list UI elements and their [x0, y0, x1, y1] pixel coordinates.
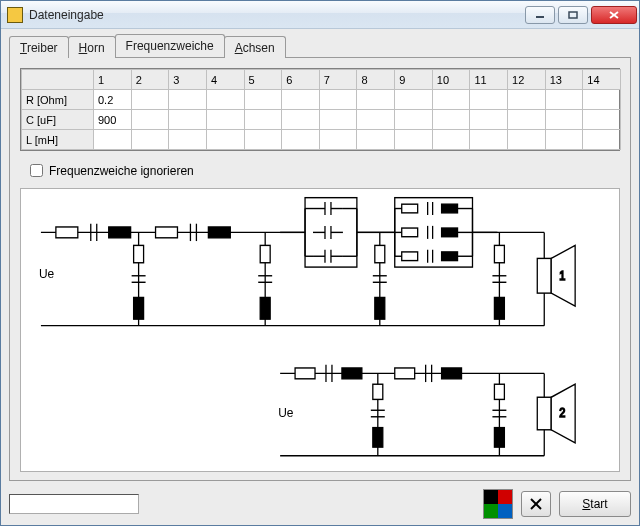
tab-frequenzweiche[interactable]: Frequenzweiche: [115, 34, 225, 57]
grid-cell[interactable]: [395, 110, 433, 130]
grid-cell[interactable]: [357, 110, 395, 130]
minimize-button[interactable]: [525, 6, 555, 24]
color-palette[interactable]: [483, 489, 513, 519]
color-swatch-blue[interactable]: [498, 504, 512, 518]
grid-cell[interactable]: [545, 90, 583, 110]
svg-rect-46: [402, 252, 418, 261]
grid-col-header[interactable]: 4: [206, 70, 244, 90]
svg-rect-69: [375, 245, 385, 262]
svg-rect-62: [134, 297, 144, 319]
data-grid[interactable]: 1234567891011121314R [Ohm]0.2C [uF]900L …: [20, 68, 620, 151]
grid-cell[interactable]: [432, 90, 470, 110]
grid-cell[interactable]: [583, 130, 621, 150]
grid-cell[interactable]: [395, 130, 433, 150]
grid-row-header[interactable]: L [mH]: [22, 130, 94, 150]
grid-cell[interactable]: [169, 130, 207, 150]
grid-col-header[interactable]: 11: [470, 70, 508, 90]
grid-cell[interactable]: [508, 90, 546, 110]
grid-cell[interactable]: [169, 110, 207, 130]
grid-cell[interactable]: [206, 110, 244, 130]
grid-cell[interactable]: [282, 90, 320, 110]
grid-col-header[interactable]: 9: [395, 70, 433, 90]
svg-rect-104: [537, 397, 551, 430]
ignore-crossover-checkbox[interactable]: Frequenzweiche ignorieren: [26, 161, 620, 180]
color-swatch-black[interactable]: [484, 490, 498, 504]
grid-col-header[interactable]: 13: [545, 70, 583, 90]
svg-text:1: 1: [559, 270, 565, 282]
tab-bar: Treiber Horn Frequenzweiche Achsen: [9, 33, 631, 57]
schematic-diagram: 1 Ue: [20, 188, 620, 472]
svg-rect-12: [208, 227, 230, 238]
svg-rect-72: [375, 297, 385, 319]
grid-col-header[interactable]: 3: [169, 70, 207, 90]
grid-cell[interactable]: [244, 130, 282, 150]
grid-cell[interactable]: [357, 90, 395, 110]
tab-achsen[interactable]: Achsen: [224, 36, 286, 58]
grid-cell[interactable]: [319, 110, 357, 130]
close-window-button[interactable]: [591, 6, 637, 24]
grid-cell[interactable]: [94, 130, 132, 150]
grid-col-header[interactable]: 10: [432, 70, 470, 90]
grid-cell[interactable]: [169, 90, 207, 110]
grid-cell[interactable]: [206, 130, 244, 150]
grid-cell[interactable]: [282, 130, 320, 150]
grid-cell[interactable]: [432, 110, 470, 130]
grid-cell[interactable]: [470, 110, 508, 130]
grid-cell[interactable]: [244, 110, 282, 130]
grid-cell[interactable]: [131, 130, 169, 150]
grid-col-header[interactable]: 8: [357, 70, 395, 90]
grid-cell[interactable]: [244, 90, 282, 110]
grid-col-header[interactable]: 1: [94, 70, 132, 90]
grid-cell[interactable]: [470, 130, 508, 150]
grid-cell[interactable]: [131, 110, 169, 130]
app-icon: [7, 7, 23, 23]
grid-cell[interactable]: [432, 130, 470, 150]
grid-cell[interactable]: [319, 130, 357, 150]
grid-cell[interactable]: [470, 90, 508, 110]
grid-cell[interactable]: [357, 130, 395, 150]
color-swatch-red[interactable]: [498, 490, 512, 504]
svg-rect-80: [537, 258, 551, 293]
status-field[interactable]: [9, 494, 139, 514]
grid-cell[interactable]: [508, 110, 546, 130]
tab-treiber[interactable]: Treiber: [9, 36, 69, 58]
grid-cell[interactable]: [545, 110, 583, 130]
cancel-button[interactable]: [521, 491, 551, 517]
svg-rect-64: [260, 245, 270, 262]
ignore-crossover-label: Frequenzweiche ignorieren: [49, 164, 194, 178]
grid-row-header[interactable]: C [uF]: [22, 110, 94, 130]
grid-cell[interactable]: [282, 110, 320, 130]
grid-cell[interactable]: [131, 90, 169, 110]
ignore-crossover-input[interactable]: [30, 164, 43, 177]
grid-cell[interactable]: [508, 130, 546, 150]
grid-cell[interactable]: [206, 90, 244, 110]
titlebar: Dateneingabe: [1, 1, 639, 29]
grid-cell[interactable]: [395, 90, 433, 110]
grid-col-header[interactable]: 2: [131, 70, 169, 90]
grid-cell[interactable]: [583, 110, 621, 130]
grid-col-header[interactable]: 12: [508, 70, 546, 90]
svg-rect-88: [395, 368, 415, 379]
grid-col-header[interactable]: 5: [244, 70, 282, 90]
grid-col-header[interactable]: 7: [319, 70, 357, 90]
ue-label-1: Ue: [39, 266, 54, 281]
tab-horn[interactable]: Horn: [68, 36, 116, 58]
svg-rect-74: [494, 245, 504, 262]
svg-rect-98: [494, 384, 504, 399]
grid-cell[interactable]: [545, 130, 583, 150]
grid-cell[interactable]: 900: [94, 110, 132, 130]
grid-col-header[interactable]: 6: [282, 70, 320, 90]
svg-rect-59: [134, 245, 144, 262]
svg-rect-49: [442, 252, 458, 261]
grid-cell-input[interactable]: [94, 130, 131, 149]
grid-row-header[interactable]: R [Ohm]: [22, 90, 94, 110]
grid-cell[interactable]: [319, 90, 357, 110]
maximize-button[interactable]: [558, 6, 588, 24]
grid-corner: [22, 70, 94, 90]
start-button[interactable]: Start: [559, 491, 631, 517]
client-area: Treiber Horn Frequenzweiche Achsen 12345…: [1, 29, 639, 525]
color-swatch-green[interactable]: [484, 504, 498, 518]
grid-col-header[interactable]: 14: [583, 70, 621, 90]
grid-cell[interactable]: 0.2: [94, 90, 132, 110]
grid-cell[interactable]: [583, 90, 621, 110]
